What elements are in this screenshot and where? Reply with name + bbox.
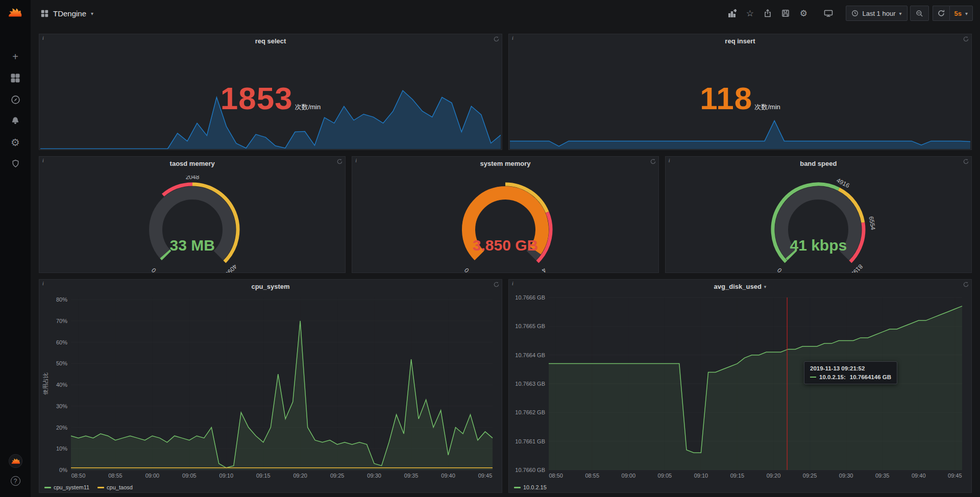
panel-spinner-icon <box>650 159 656 164</box>
panel-title[interactable]: system memory <box>480 160 530 167</box>
configuration-gear-icon[interactable]: ⚙ <box>0 132 31 153</box>
dashboard-picker[interactable]: TDengine ▾ <box>41 9 93 18</box>
svg-text:09:35: 09:35 <box>875 473 890 479</box>
panel-info-icon[interactable]: i <box>40 34 46 42</box>
panel-info-icon[interactable]: i <box>40 157 46 164</box>
svg-text:10.7665 GB: 10.7665 GB <box>515 323 545 329</box>
panel-info-icon[interactable]: i <box>510 34 516 42</box>
svg-text:使用占比: 使用占比 <box>42 372 48 395</box>
main-area: TDengine ▾ ☆ <box>31 0 980 497</box>
explore-compass-icon[interactable] <box>0 89 31 110</box>
gauge-band-speed: 0819249166554 <box>666 170 971 272</box>
panel-info-icon[interactable]: i <box>510 280 516 287</box>
refresh-interval-button[interactable]: 5s ▾ <box>949 6 973 21</box>
legend-item-cpu-system11[interactable]: cpu_system11 <box>44 484 89 490</box>
svg-text:09:15: 09:15 <box>256 473 271 479</box>
save-button[interactable] <box>778 6 793 21</box>
chart-legend: cpu_system11 cpu_taosd <box>44 484 133 490</box>
svg-text:08:50: 08:50 <box>549 473 563 479</box>
refresh-button[interactable] <box>933 6 949 21</box>
svg-text:08:50: 08:50 <box>71 473 86 479</box>
grafana-logo-icon[interactable] <box>0 0 31 27</box>
panel-spinner-icon <box>494 282 499 287</box>
svg-text:10.7663 GB: 10.7663 GB <box>515 381 545 387</box>
panel-header-system-memory[interactable]: system memory <box>352 157 658 170</box>
panel-header-taosd-memory[interactable]: taosd memery <box>39 157 345 170</box>
legend-item-cpu-taosd[interactable]: cpu_taosd <box>97 484 133 490</box>
help-icon[interactable]: ? <box>11 476 20 486</box>
svg-text:09:45: 09:45 <box>948 473 962 479</box>
panel-title[interactable]: cpu_system <box>251 283 289 290</box>
dashboard-settings-button[interactable]: ⚙ <box>796 6 811 21</box>
svg-text:09:20: 09:20 <box>293 473 307 479</box>
gauge-value: 41 kbps <box>666 237 971 254</box>
gauge-chart: 04 <box>439 176 572 273</box>
zoom-out-button[interactable] <box>910 6 929 21</box>
gauge-chart: 040962048 <box>126 176 259 273</box>
svg-text:70%: 70% <box>56 318 67 324</box>
panel-info-icon[interactable]: i <box>353 157 359 164</box>
svg-text:10%: 10% <box>56 445 67 452</box>
create-plus-icon[interactable]: + <box>0 46 31 67</box>
time-range-label: Last 1 hour <box>862 10 895 17</box>
tooltip-time: 2019-11-13 09:21:52 <box>810 365 891 371</box>
legend-label[interactable]: 10.0.2.15 <box>523 484 547 490</box>
panel-title[interactable]: taosd memery <box>170 160 215 167</box>
panel-header-cpu-system[interactable]: cpu_system <box>39 280 502 293</box>
dashboards-grid-icon[interactable] <box>0 67 31 89</box>
timeseries-avg-disk-used: 08:5008:5509:0009:0509:1009:1509:2009:25… <box>511 293 969 480</box>
svg-text:8192: 8192 <box>849 263 864 273</box>
svg-text:10.7661 GB: 10.7661 GB <box>515 438 545 444</box>
panel-header-avg-disk-used[interactable]: avg_disk_used ▾ <box>509 280 971 293</box>
tooltip-value: 10.7664146 GB <box>850 374 891 380</box>
svg-text:08:55: 08:55 <box>108 473 122 479</box>
svg-text:09:25: 09:25 <box>330 473 345 479</box>
time-range-button[interactable]: Last 1 hour ▾ <box>846 6 907 21</box>
alerting-bell-icon[interactable] <box>0 110 31 132</box>
panel-body: 0819249166554 41 kbps <box>666 170 971 272</box>
svg-text:09:30: 09:30 <box>367 473 381 479</box>
panel-cpu-system: cpu_system 08:5008:5509:0009:0509:1009:1… <box>39 279 502 493</box>
panel-header-req-select[interactable]: req select <box>39 34 502 48</box>
panel-spinner-icon <box>494 36 499 42</box>
dashboard-title[interactable]: TDengine <box>53 9 86 18</box>
svg-text:09:45: 09:45 <box>478 473 493 479</box>
timeseries-cpu-system: 08:5008:5509:0009:0509:1009:1509:2009:25… <box>41 293 500 480</box>
legend-item-host[interactable]: 10.0.2.15 <box>514 484 547 490</box>
panel-spinner-icon <box>337 159 342 164</box>
share-button[interactable] <box>760 6 775 21</box>
panel-body: 040962048 33 MB <box>39 170 345 272</box>
panel-title[interactable]: avg_disk_used <box>714 283 762 290</box>
star-button[interactable]: ☆ <box>742 6 757 21</box>
panel-header-req-insert[interactable]: req insert <box>509 34 971 48</box>
server-admin-shield-icon[interactable] <box>0 153 31 175</box>
tooltip-series-dash-icon <box>810 377 816 378</box>
legend-swatch-icon <box>44 487 51 488</box>
panel-title[interactable]: req insert <box>725 37 755 45</box>
user-avatar[interactable] <box>9 454 22 468</box>
panel-spinner-icon <box>963 159 969 164</box>
svg-text:09:05: 09:05 <box>182 473 197 479</box>
panel-menu-caret-icon[interactable]: ▾ <box>764 284 767 289</box>
legend-label[interactable]: cpu_system11 <box>54 484 89 490</box>
svg-text:10.7664 GB: 10.7664 GB <box>515 352 545 358</box>
svg-text:09:00: 09:00 <box>622 473 636 479</box>
refresh-interval-label: 5s <box>954 10 962 17</box>
cycle-view-monitor-button[interactable] <box>821 6 836 21</box>
svg-text:0: 0 <box>150 266 157 273</box>
singlestat-unit: 次数/min <box>295 103 321 112</box>
panel-title[interactable]: band speed <box>800 160 837 167</box>
legend-label[interactable]: cpu_taosd <box>107 484 133 490</box>
svg-text:09:25: 09:25 <box>803 473 817 479</box>
gauge-taosd-memory: 040962048 <box>39 170 345 272</box>
add-panel-button[interactable] <box>724 6 740 21</box>
panel-body: 118 次数/min <box>509 48 971 150</box>
dashboard-grid-icon <box>41 10 48 17</box>
panel-header-band-speed[interactable]: band speed <box>666 157 971 170</box>
panel-info-icon[interactable]: i <box>40 280 46 287</box>
singlestat-number: 1853 <box>220 83 293 114</box>
panel-spinner-icon <box>963 36 969 42</box>
panel-title[interactable]: req select <box>255 37 286 45</box>
svg-text:0: 0 <box>776 266 783 273</box>
panel-info-icon[interactable]: i <box>667 157 672 164</box>
